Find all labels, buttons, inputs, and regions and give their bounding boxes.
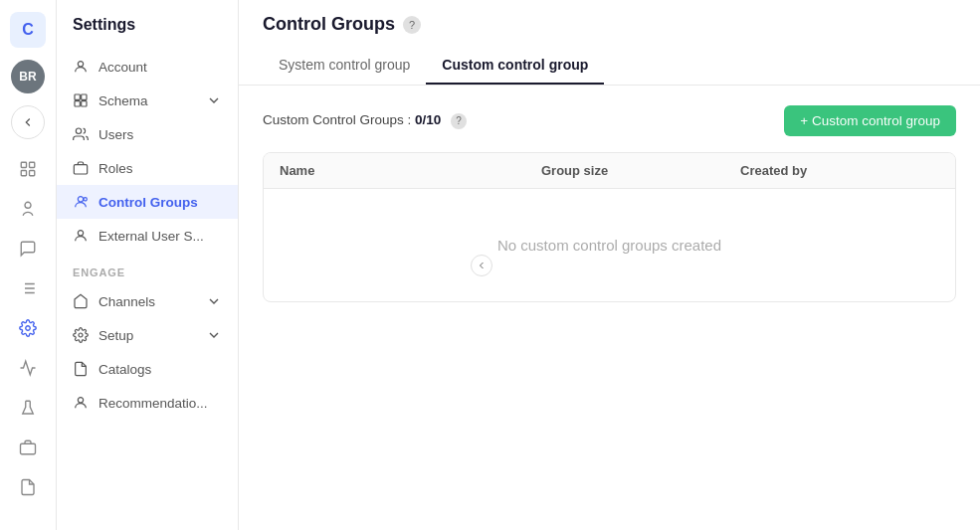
- sidebar-title: Settings: [57, 16, 238, 50]
- tabs: System control group Custom control grou…: [263, 49, 956, 85]
- users-icon: [73, 126, 89, 142]
- content-area: Custom Control Groups : 0/10 ? + Custom …: [239, 86, 980, 530]
- svg-point-5: [26, 326, 31, 331]
- sidebar-item-external-user-label: External User S...: [98, 229, 204, 244]
- setup-icon: [73, 327, 89, 343]
- icon-nav-flask[interactable]: [10, 390, 46, 426]
- svg-rect-6: [21, 443, 36, 454]
- sidebar-item-schema[interactable]: Schema: [57, 84, 238, 117]
- svg-point-16: [78, 231, 83, 236]
- sidebar-item-channels[interactable]: Channels: [57, 284, 238, 318]
- icon-bar: C BR: [0, 0, 57, 530]
- svg-point-12: [76, 128, 81, 133]
- channels-chevron: [206, 293, 222, 309]
- sidebar-item-roles-label: Roles: [98, 161, 133, 176]
- svg-point-14: [78, 197, 83, 202]
- sidebar-item-schema-label: Schema: [98, 93, 148, 108]
- sidebar-item-external-user[interactable]: External User S...: [57, 219, 238, 253]
- avatar[interactable]: BR: [11, 60, 45, 93]
- back-button[interactable]: [11, 105, 45, 139]
- sidebar-item-setup-label: Setup: [98, 328, 133, 343]
- sidebar-item-control-groups-label: Control Groups: [98, 195, 198, 210]
- title-row: Control Groups ?: [263, 14, 956, 35]
- sidebar-item-recommendations-label: Recommendatio...: [98, 396, 208, 411]
- icon-nav-stack[interactable]: [10, 430, 46, 465]
- svg-rect-8: [75, 94, 80, 99]
- sidebar-item-channels-label: Channels: [98, 294, 155, 309]
- sidebar-item-catalogs-label: Catalogs: [98, 362, 151, 377]
- counter-help-icon[interactable]: ?: [451, 113, 467, 129]
- content-toolbar: Custom Control Groups : 0/10 ? + Custom …: [263, 105, 956, 136]
- svg-point-7: [78, 62, 83, 67]
- icon-nav-log[interactable]: [10, 469, 46, 505]
- sidebar-item-users-label: Users: [98, 127, 133, 142]
- sidebar-item-recommendations[interactable]: Recommendatio...: [57, 386, 238, 420]
- svg-rect-13: [74, 165, 87, 174]
- svg-point-17: [79, 333, 83, 337]
- counter-label: Custom Control Groups : 0/10 ?: [263, 112, 467, 129]
- svg-rect-2: [21, 171, 26, 176]
- svg-rect-10: [75, 101, 80, 106]
- icon-nav-flows[interactable]: [10, 270, 46, 306]
- sidebar-collapse-button[interactable]: [471, 255, 492, 276]
- schema-icon: [73, 92, 89, 108]
- sidebar-item-setup[interactable]: Setup: [57, 318, 238, 352]
- svg-rect-3: [30, 171, 35, 176]
- column-group-size: Group size: [541, 163, 740, 178]
- sidebar: Settings Account Schema Users Roles Cont…: [57, 0, 239, 530]
- main-content: Control Groups ? System control group Cu…: [239, 0, 980, 530]
- main-header: Control Groups ? System control group Cu…: [239, 0, 980, 86]
- engage-section-label: ENGAGE: [57, 253, 238, 284]
- recommendations-icon: [73, 395, 89, 411]
- roles-icon: [73, 160, 89, 176]
- catalogs-icon: [73, 361, 89, 377]
- sidebar-item-account[interactable]: Account: [57, 50, 238, 84]
- icon-nav-analytics[interactable]: [10, 350, 46, 386]
- icon-nav-chat[interactable]: [10, 231, 46, 266]
- svg-rect-1: [30, 162, 35, 167]
- control-groups-icon: [73, 194, 89, 210]
- svg-rect-9: [82, 94, 87, 99]
- account-icon: [73, 59, 89, 75]
- tab-system-control-group[interactable]: System control group: [263, 49, 426, 85]
- tab-custom-control-group[interactable]: Custom control group: [426, 49, 604, 85]
- svg-rect-0: [21, 162, 26, 167]
- sidebar-item-users[interactable]: Users: [57, 117, 238, 151]
- page-title: Control Groups: [263, 14, 395, 35]
- add-custom-group-button[interactable]: + Custom control group: [784, 105, 956, 136]
- channels-icon: [73, 293, 89, 309]
- external-user-icon: [73, 228, 89, 244]
- icon-nav: [0, 151, 56, 505]
- app-logo: C: [10, 12, 46, 48]
- page-title-help-icon[interactable]: ?: [403, 16, 421, 34]
- sidebar-item-catalogs[interactable]: Catalogs: [57, 352, 238, 386]
- column-name: Name: [280, 163, 541, 178]
- svg-point-4: [25, 202, 31, 208]
- svg-point-15: [84, 198, 87, 201]
- sidebar-item-control-groups[interactable]: Control Groups: [57, 185, 238, 219]
- svg-point-18: [78, 398, 83, 403]
- icon-nav-dashboard[interactable]: [10, 151, 46, 187]
- table-container: Name Group size Created by No custom con…: [263, 152, 956, 302]
- icon-nav-people[interactable]: [10, 191, 46, 227]
- icon-nav-settings[interactable]: [10, 310, 46, 346]
- schema-chevron: [206, 92, 222, 108]
- sidebar-item-account-label: Account: [98, 60, 147, 75]
- counter-value: 0/10: [415, 112, 441, 127]
- sidebar-item-roles[interactable]: Roles: [57, 151, 238, 185]
- svg-rect-11: [82, 101, 87, 106]
- table-empty-message: No custom control groups created: [264, 189, 955, 301]
- table-header: Name Group size Created by: [264, 153, 955, 189]
- column-created-by: Created by: [740, 163, 939, 178]
- setup-chevron: [206, 327, 222, 343]
